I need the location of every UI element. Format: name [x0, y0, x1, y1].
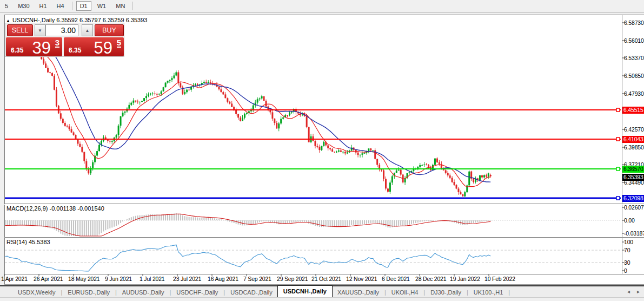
tab-separator: | [223, 289, 225, 296]
tf-button-m30[interactable]: M30 [14, 1, 33, 11]
date-axis-label: 21 Oct 2021 [311, 276, 341, 282]
macd-histogram [5, 213, 491, 236]
date-axis-label: 28 Dec 2021 [415, 276, 446, 282]
tab-separator: | [508, 289, 510, 296]
tf-button-h4[interactable]: H4 [53, 1, 68, 11]
price-axis-label: 6.53370 [624, 55, 644, 61]
date-axis-label: 9 Jun 2021 [105, 276, 132, 282]
level-line-handle[interactable] [616, 167, 620, 171]
tab-dj30-daily[interactable]: DJ30-,Daily [426, 287, 466, 297]
sell-price-small: 6.35 [11, 47, 23, 54]
tab-separator: | [423, 289, 425, 296]
buy-button[interactable]: BUY [95, 24, 124, 36]
date-axis-label: 26 Apr 2021 [34, 276, 63, 282]
tab-eurusd-daily[interactable]: EURUSD-,Daily [63, 287, 115, 297]
date-axis-label: 29 Sep 2021 [277, 276, 308, 282]
price-axis-label: 6.42570 [624, 126, 644, 133]
tab-separator: | [384, 289, 386, 296]
macd-label: MACD(12,26,9) -0.001138 -0.001540 [6, 205, 104, 212]
date-axis-label: 7 Sep 2021 [243, 276, 271, 282]
tf-button-h1[interactable]: H1 [36, 1, 51, 11]
tf-button-5[interactable]: 5 [1, 1, 12, 11]
tab-ukoil-h4[interactable]: UKOil-,H4 [387, 287, 423, 297]
tab-separator: | [467, 289, 468, 296]
tab-usdchf-daily[interactable]: USDCHF-,Daily [171, 287, 223, 297]
rsi-axis-label: 30 [624, 259, 630, 266]
rsi-axis-label: 70 [624, 247, 630, 253]
price-axis-label: 6.58730 [624, 19, 644, 26]
buy-price-box[interactable]: 6.35 59 5 [64, 37, 124, 56]
chart-tab-bar: USDX,Weekly|EURUSD-,Daily|AUDUSD-,Daily|… [0, 285, 644, 298]
tf-button-d1[interactable]: D1 [76, 1, 91, 11]
level-line-handle[interactable] [616, 108, 620, 112]
macd-axis-label: 0.02607 [624, 204, 644, 211]
price-badge-level: 6.41043 [622, 136, 644, 143]
price-badge-level: 6.45515 [622, 107, 644, 114]
rsi-axis-label: 100 [624, 239, 633, 245]
level-line-handle[interactable] [616, 138, 620, 141]
buy-price-sup: 5 [117, 38, 121, 48]
buy-price-small: 6.35 [69, 47, 81, 54]
rsi-axis-label: 0 [624, 267, 627, 274]
tabs-scroll-right-icon[interactable]: ▸ [637, 289, 640, 295]
price-badge-level: 6.36570 [622, 166, 644, 173]
tab-usdcad-daily[interactable]: USDCAD-,Daily [225, 287, 277, 297]
price-badge-level: 6.32098 [622, 195, 644, 202]
tab-uk100-h1[interactable]: UK100-,H1 [469, 287, 508, 297]
date-axis-label: 6 Dec 2021 [382, 276, 410, 282]
date-axis-label: 19 Jan 2022 [450, 276, 480, 282]
sell-button[interactable]: SELL [7, 24, 33, 36]
date-axis-label: 10 Feb 2022 [484, 276, 515, 282]
price-axis-label: 6.50650 [624, 73, 644, 79]
tab-separator: | [61, 289, 62, 296]
macd-axis-label: -0.03187 [624, 230, 644, 237]
tf-button-w1[interactable]: W1 [94, 1, 110, 11]
date-axis-label: 16 Aug 2021 [208, 276, 238, 282]
volume-increase-button[interactable]: ▲ [82, 24, 93, 36]
tab-separator: | [115, 289, 117, 296]
toolbar-separator [132, 2, 133, 10]
macd-axis-label: 0.00 [624, 217, 635, 224]
level-line-handle[interactable] [616, 197, 620, 200]
date-axis-label: 23 Jul 2021 [173, 276, 201, 282]
tab-separator: | [169, 289, 171, 296]
timeframe-toolbar: 5M30H1H4D1W1MN [0, 0, 644, 12]
sell-price-big: 39 [32, 38, 51, 58]
rsi-line [5, 245, 491, 271]
date-axis-label: 1 Jul 2021 [140, 276, 164, 282]
tab-audusd-daily[interactable]: AUDUSD-,Daily [117, 287, 169, 297]
one-click-trade-panel: SELL ▼ ▲ BUY 6.35 39 3 6.35 59 5 [5, 23, 124, 57]
price-badge-current: 6.35393 [622, 174, 644, 181]
tabs-scroll-left-icon[interactable]: ◂ [627, 289, 630, 295]
volume-decrease-button[interactable]: ▼ [35, 24, 45, 36]
date-axis-label: 18 May 2021 [68, 276, 100, 282]
price-axis-label: 6.47930 [624, 90, 644, 97]
sell-price-sup: 3 [55, 38, 59, 48]
toolbar-separator [72, 2, 72, 10]
volume-input[interactable] [45, 24, 78, 36]
sell-price-box[interactable]: 6.35 39 3 [6, 37, 62, 56]
status-strip [0, 297, 644, 301]
tab-xauusd-daily[interactable]: XAUUSD-,Daily [333, 287, 384, 297]
price-axis-label: 6.56010 [624, 37, 644, 44]
tab-usdx-weekly[interactable]: USDX,Weekly [13, 287, 60, 297]
buy-price-big: 59 [94, 38, 112, 58]
tf-button-mn[interactable]: MN [112, 1, 129, 11]
price-axis-label: 6.39850 [624, 144, 644, 150]
date-axis-label: 12 Nov 2021 [346, 276, 377, 282]
date-axis-label: 1 Apr 2021 [1, 276, 28, 282]
rsi-label: RSI(14) 45.5383 [6, 239, 50, 245]
tab-usdcnh-daily[interactable]: USDCNH-,Daily [277, 285, 333, 298]
mt4-terminal: 5M30H1H4D1W1MN ▲USDCNH-,Daily 6.35592 6.… [0, 0, 644, 301]
